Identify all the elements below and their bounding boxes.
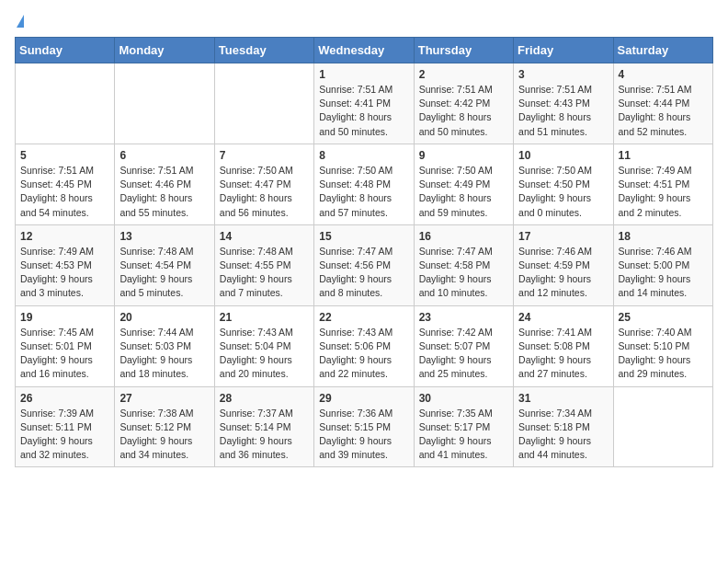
sunset-text: Sunset: 4:59 PM — [518, 259, 590, 270]
daylight-text: Daylight: 9 hours and 36 minutes. — [220, 435, 292, 460]
day-info: Sunrise: 7:51 AM Sunset: 4:42 PM Dayligh… — [419, 83, 508, 139]
day-info: Sunrise: 7:51 AM Sunset: 4:41 PM Dayligh… — [319, 83, 408, 139]
day-number: 23 — [419, 311, 508, 324]
sunset-text: Sunset: 4:54 PM — [119, 259, 191, 270]
weekday-header-sunday: Sunday — [16, 38, 115, 63]
day-number: 29 — [319, 392, 408, 405]
calendar-cell — [613, 386, 712, 467]
calendar-week-row: 5 Sunrise: 7:51 AM Sunset: 4:45 PM Dayli… — [16, 144, 713, 224]
sunset-text: Sunset: 4:46 PM — [119, 178, 191, 190]
sunset-text: Sunset: 5:03 PM — [119, 340, 191, 351]
day-number: 8 — [319, 149, 408, 162]
daylight-text: Daylight: 9 hours and 44 minutes. — [518, 435, 591, 460]
day-info: Sunrise: 7:50 AM Sunset: 4:50 PM Dayligh… — [518, 164, 608, 220]
day-info: Sunrise: 7:38 AM Sunset: 5:12 PM Dayligh… — [119, 407, 209, 463]
day-number: 30 — [419, 392, 508, 405]
sunrise-text: Sunrise: 7:46 AM — [518, 246, 592, 257]
day-number: 16 — [419, 230, 508, 243]
weekday-header-friday: Friday — [514, 38, 613, 63]
weekday-header-wednesday: Wednesday — [314, 38, 414, 63]
calendar-cell: 11 Sunrise: 7:49 AM Sunset: 4:51 PM Dayl… — [613, 144, 712, 224]
sunset-text: Sunset: 5:01 PM — [20, 340, 92, 351]
day-info: Sunrise: 7:51 AM Sunset: 4:43 PM Dayligh… — [518, 83, 608, 139]
page-header — [15, 15, 713, 28]
sunrise-text: Sunrise: 7:49 AM — [619, 165, 692, 176]
sunset-text: Sunset: 4:48 PM — [319, 178, 391, 190]
daylight-text: Daylight: 9 hours and 10 minutes. — [419, 273, 492, 298]
sunrise-text: Sunrise: 7:41 AM — [518, 327, 592, 338]
calendar-cell: 24 Sunrise: 7:41 AM Sunset: 5:08 PM Dayl… — [514, 305, 613, 386]
day-number: 31 — [518, 392, 608, 405]
weekday-header-monday: Monday — [115, 38, 214, 63]
sunset-text: Sunset: 4:42 PM — [419, 98, 491, 109]
calendar-cell: 31 Sunrise: 7:34 AM Sunset: 5:18 PM Dayl… — [514, 386, 613, 467]
day-number: 21 — [220, 311, 309, 324]
sunrise-text: Sunrise: 7:50 AM — [319, 165, 392, 176]
calendar-cell: 2 Sunrise: 7:51 AM Sunset: 4:42 PM Dayli… — [414, 63, 513, 144]
day-info: Sunrise: 7:51 AM Sunset: 4:44 PM Dayligh… — [619, 83, 708, 139]
daylight-text: Daylight: 9 hours and 34 minutes. — [119, 435, 192, 460]
calendar-week-row: 26 Sunrise: 7:39 AM Sunset: 5:11 PM Dayl… — [16, 386, 713, 467]
calendar-cell: 29 Sunrise: 7:36 AM Sunset: 5:15 PM Dayl… — [314, 386, 414, 467]
day-number: 27 — [119, 392, 209, 405]
calendar-cell: 15 Sunrise: 7:47 AM Sunset: 4:56 PM Dayl… — [314, 224, 414, 305]
calendar-cell: 27 Sunrise: 7:38 AM Sunset: 5:12 PM Dayl… — [115, 386, 214, 467]
day-info: Sunrise: 7:46 AM Sunset: 4:59 PM Dayligh… — [518, 245, 608, 301]
day-info: Sunrise: 7:50 AM Sunset: 4:49 PM Dayligh… — [419, 164, 508, 220]
calendar-cell: 26 Sunrise: 7:39 AM Sunset: 5:11 PM Dayl… — [16, 386, 115, 467]
day-number: 5 — [20, 149, 109, 162]
day-info: Sunrise: 7:35 AM Sunset: 5:17 PM Dayligh… — [419, 407, 508, 463]
daylight-text: Daylight: 9 hours and 41 minutes. — [419, 435, 492, 460]
sunrise-text: Sunrise: 7:37 AM — [220, 408, 293, 419]
calendar-cell: 4 Sunrise: 7:51 AM Sunset: 4:44 PM Dayli… — [613, 63, 712, 144]
calendar-cell: 30 Sunrise: 7:35 AM Sunset: 5:17 PM Dayl… — [414, 386, 513, 467]
calendar-cell: 9 Sunrise: 7:50 AM Sunset: 4:49 PM Dayli… — [414, 144, 513, 224]
calendar-cell: 19 Sunrise: 7:45 AM Sunset: 5:01 PM Dayl… — [16, 305, 115, 386]
daylight-text: Daylight: 8 hours and 50 minutes. — [419, 111, 492, 136]
weekday-header-row: SundayMondayTuesdayWednesdayThursdayFrid… — [16, 38, 713, 63]
sunset-text: Sunset: 4:55 PM — [220, 259, 291, 270]
day-info: Sunrise: 7:43 AM Sunset: 5:04 PM Dayligh… — [220, 326, 309, 382]
day-number: 6 — [119, 149, 209, 162]
daylight-text: Daylight: 9 hours and 12 minutes. — [518, 273, 591, 298]
weekday-header-tuesday: Tuesday — [214, 38, 313, 63]
sunset-text: Sunset: 4:51 PM — [619, 178, 690, 190]
daylight-text: Daylight: 9 hours and 2 minutes. — [619, 192, 691, 217]
sunrise-text: Sunrise: 7:43 AM — [220, 327, 293, 338]
calendar-cell: 17 Sunrise: 7:46 AM Sunset: 4:59 PM Dayl… — [514, 224, 613, 305]
sunset-text: Sunset: 5:08 PM — [518, 340, 590, 351]
daylight-text: Daylight: 9 hours and 14 minutes. — [619, 273, 691, 298]
daylight-text: Daylight: 8 hours and 50 minutes. — [319, 111, 392, 136]
sunrise-text: Sunrise: 7:40 AM — [619, 327, 692, 338]
sunrise-text: Sunrise: 7:51 AM — [119, 165, 193, 176]
sunrise-text: Sunrise: 7:50 AM — [220, 165, 293, 176]
day-info: Sunrise: 7:48 AM Sunset: 4:55 PM Dayligh… — [220, 245, 309, 301]
day-info: Sunrise: 7:49 AM Sunset: 4:51 PM Dayligh… — [619, 164, 708, 220]
daylight-text: Daylight: 9 hours and 18 minutes. — [119, 354, 192, 379]
day-info: Sunrise: 7:43 AM Sunset: 5:06 PM Dayligh… — [319, 326, 408, 382]
day-number: 19 — [20, 311, 109, 324]
day-info: Sunrise: 7:42 AM Sunset: 5:07 PM Dayligh… — [419, 326, 508, 382]
sunset-text: Sunset: 5:12 PM — [119, 421, 191, 432]
day-info: Sunrise: 7:45 AM Sunset: 5:01 PM Dayligh… — [20, 326, 109, 382]
sunrise-text: Sunrise: 7:35 AM — [419, 408, 493, 419]
calendar-cell — [115, 63, 214, 144]
sunset-text: Sunset: 5:07 PM — [419, 340, 491, 351]
sunset-text: Sunset: 4:43 PM — [518, 98, 590, 109]
day-info: Sunrise: 7:36 AM Sunset: 5:15 PM Dayligh… — [319, 407, 408, 463]
day-info: Sunrise: 7:46 AM Sunset: 5:00 PM Dayligh… — [619, 245, 708, 301]
calendar-cell: 22 Sunrise: 7:43 AM Sunset: 5:06 PM Dayl… — [314, 305, 414, 386]
weekday-header-saturday: Saturday — [613, 38, 712, 63]
day-info: Sunrise: 7:50 AM Sunset: 4:48 PM Dayligh… — [319, 164, 408, 220]
day-number: 12 — [20, 230, 109, 243]
sunrise-text: Sunrise: 7:51 AM — [619, 84, 692, 95]
calendar-cell: 8 Sunrise: 7:50 AM Sunset: 4:48 PM Dayli… — [314, 144, 414, 224]
calendar-table: SundayMondayTuesdayWednesdayThursdayFrid… — [15, 37, 713, 467]
calendar-cell: 6 Sunrise: 7:51 AM Sunset: 4:46 PM Dayli… — [115, 144, 214, 224]
sunset-text: Sunset: 4:41 PM — [319, 98, 391, 109]
daylight-text: Daylight: 8 hours and 54 minutes. — [20, 192, 93, 217]
sunrise-text: Sunrise: 7:48 AM — [220, 246, 293, 257]
daylight-text: Daylight: 8 hours and 51 minutes. — [518, 111, 591, 136]
day-info: Sunrise: 7:34 AM Sunset: 5:18 PM Dayligh… — [518, 407, 608, 463]
day-number: 26 — [20, 392, 109, 405]
